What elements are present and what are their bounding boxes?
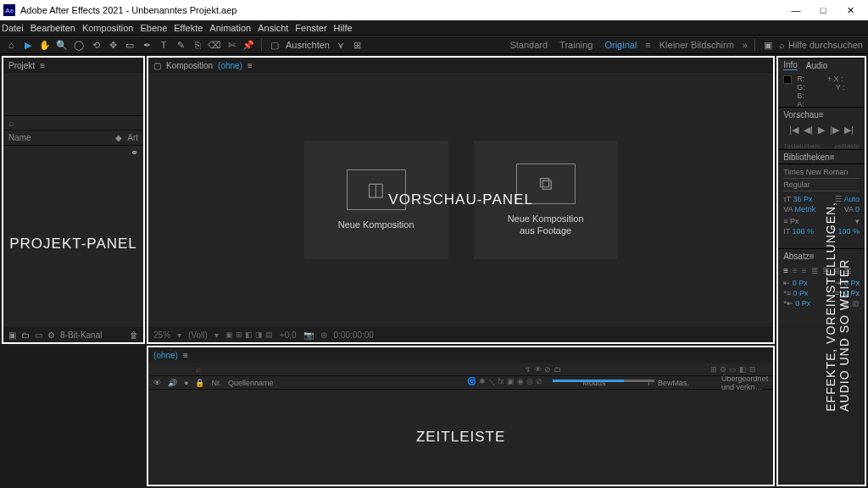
- orbit-tool-icon[interactable]: ◯: [73, 39, 85, 51]
- menu-hilfe[interactable]: Hilfe: [334, 23, 353, 33]
- menu-komposition[interactable]: Komposition: [82, 23, 134, 33]
- font-size[interactable]: 36 Px: [793, 195, 813, 203]
- comp-overlay-label: VORSCHAU-PANEL: [388, 191, 533, 208]
- shape-tool-icon[interactable]: ▭: [124, 39, 136, 51]
- roto-tool-icon[interactable]: ✄: [225, 39, 237, 51]
- puppet-tool-icon[interactable]: 📌: [242, 39, 254, 51]
- tracking[interactable]: 0: [855, 205, 860, 214]
- zoom-value[interactable]: 25%: [153, 330, 170, 340]
- new-comp-icon: ◫: [367, 179, 385, 201]
- justify-left-icon[interactable]: ≣: [811, 266, 818, 275]
- brush-tool-icon[interactable]: ✎: [175, 39, 186, 51]
- flow-icon[interactable]: ⚭: [131, 147, 138, 158]
- timeline-overlay-label: ZEITLEISTE: [416, 429, 505, 446]
- stroke-px[interactable]: Px: [790, 217, 799, 225]
- new-comp-footage-label: Neue Kompositionaus Footage: [508, 213, 584, 237]
- font-weight[interactable]: Regular: [783, 180, 810, 189]
- res-value[interactable]: (Voll): [188, 330, 208, 340]
- last-frame-icon[interactable]: ▶|: [844, 125, 854, 136]
- info-tab[interactable]: Info: [783, 60, 798, 70]
- trash-icon[interactable]: 🗑: [130, 330, 138, 340]
- bitdepth-label[interactable]: 8-Bit-Kanal: [60, 330, 102, 340]
- pen-tool-icon[interactable]: ✒: [141, 39, 153, 51]
- help-search-input[interactable]: Hilfe durchsuchen: [788, 40, 863, 50]
- menu-animation[interactable]: Animation: [209, 23, 251, 33]
- time-value[interactable]: 0:00:00:00: [334, 330, 374, 340]
- menu-fenster[interactable]: Fenster: [295, 23, 326, 33]
- snap-chevron-icon[interactable]: ⋎: [335, 39, 347, 51]
- composition-panel: ▢ Komposition (ohne) ≡ ◫ Neue Kompositio…: [147, 56, 775, 344]
- clone-tool-icon[interactable]: ⎘: [192, 39, 203, 51]
- first-frame-icon[interactable]: |◀: [789, 125, 798, 136]
- search-icon: ⌕: [779, 40, 785, 50]
- text-tool-icon[interactable]: T: [158, 39, 170, 51]
- project-panel: Projekt ≡ ⌕ Name ◆Art ⚭ PROJEKT-PANEL ▣ …: [2, 56, 145, 344]
- color-swatch: [783, 75, 792, 84]
- panel-group-icon[interactable]: ▣: [762, 39, 774, 51]
- window-title: Adobe After Effects 2021 - Unbenanntes P…: [20, 5, 787, 15]
- next-frame-icon[interactable]: |▶: [830, 125, 839, 136]
- preview-tab[interactable]: Vorschau: [783, 110, 819, 119]
- project-col-name[interactable]: Name: [8, 133, 31, 142]
- comp-none: (ohne): [218, 61, 242, 70]
- font-family[interactable]: Times New Roman: [783, 168, 848, 176]
- new-comp-label: Neue Komposition: [338, 219, 415, 230]
- col-parent[interactable]: Übergeordnet und verkn…: [721, 374, 768, 391]
- timeline-tab[interactable]: (ohne): [153, 351, 178, 360]
- folder-icon[interactable]: 🗀: [21, 330, 30, 340]
- rotate-tool-icon[interactable]: ⟲: [90, 39, 102, 51]
- selection-tool-icon[interactable]: ▶: [22, 39, 34, 51]
- kerning[interactable]: Metrik: [794, 205, 815, 214]
- align-right-icon[interactable]: ≡: [802, 266, 807, 275]
- menu-ebene[interactable]: Ebene: [140, 23, 167, 33]
- workspace-training[interactable]: Training: [556, 40, 596, 50]
- libraries-tab[interactable]: Bibliotheken: [783, 152, 829, 162]
- space-before[interactable]: 0 Px: [793, 289, 808, 297]
- minimize-button[interactable]: —: [787, 5, 805, 16]
- exposure-value[interactable]: +0,0: [280, 330, 297, 340]
- align-left-icon[interactable]: ≡: [783, 266, 788, 275]
- workspace-standard[interactable]: Standard: [506, 40, 551, 50]
- menu-ansicht[interactable]: Ansicht: [258, 23, 288, 33]
- menu-datei[interactable]: Datei: [2, 23, 24, 33]
- interpret-icon[interactable]: ▣: [8, 330, 16, 340]
- hand-tool-icon[interactable]: ✋: [39, 39, 51, 51]
- tool-bar: ⌂ ▶ ✋ 🔍 ◯ ⟲ ✥ ▭ ✒ T ✎ ⎘ ⌫ ✄ 📌 ▢ Ausricht…: [0, 36, 868, 54]
- play-icon[interactable]: ▶: [818, 125, 825, 136]
- col-bewmas[interactable]: BewMas.: [658, 379, 689, 387]
- settings-icon[interactable]: ⚙: [47, 330, 55, 340]
- snap-pixel-icon[interactable]: ⊞: [352, 39, 364, 51]
- footage-comp-icon: ⧉: [539, 173, 553, 195]
- paragraph-tab[interactable]: Absatz: [783, 252, 810, 261]
- anchor-tool-icon[interactable]: ✥: [107, 39, 119, 51]
- vscale[interactable]: 100 %: [792, 227, 814, 236]
- comp-icon[interactable]: ▭: [35, 330, 42, 340]
- right-panel-group: Info Audio R:G:B:A: + X : Y : Vorschau ≡: [776, 56, 866, 486]
- snap-icon[interactable]: ▢: [269, 39, 281, 51]
- align-label[interactable]: Ausrichten: [286, 40, 330, 50]
- timeline-search-icon[interactable]: ⌕: [196, 364, 201, 374]
- menu-effekte[interactable]: Effekte: [174, 23, 203, 33]
- close-button[interactable]: ✕: [841, 5, 860, 16]
- project-col-type[interactable]: Art: [127, 133, 138, 142]
- first-indent[interactable]: 0 Px: [795, 299, 810, 308]
- project-search-icon[interactable]: ⌕: [8, 118, 14, 128]
- workspace-original[interactable]: Original: [601, 40, 640, 50]
- col-source[interactable]: Quellenname: [228, 379, 274, 387]
- maximize-button[interactable]: □: [814, 5, 832, 16]
- zoom-tool-icon[interactable]: 🔍: [56, 39, 68, 51]
- col-nr[interactable]: Nr.: [211, 379, 221, 387]
- project-tab[interactable]: Projekt: [8, 61, 35, 70]
- audio-tab[interactable]: Audio: [806, 61, 828, 70]
- home-icon[interactable]: ⌂: [5, 39, 17, 51]
- prev-frame-icon[interactable]: ◀|: [804, 125, 813, 136]
- indent-left[interactable]: 0 Px: [793, 279, 808, 287]
- snapshot-icon[interactable]: 📷: [303, 330, 314, 340]
- align-center-icon[interactable]: ≡: [793, 266, 798, 275]
- menu-bearbeiten[interactable]: Bearbeiten: [31, 23, 75, 33]
- window-titlebar: Ae Adobe After Effects 2021 - Unbenannte…: [0, 0, 868, 20]
- comp-tab[interactable]: Komposition: [166, 61, 213, 70]
- workspace-kleiner[interactable]: Kleiner Bildschirm: [656, 40, 737, 50]
- menu-bar: Datei Bearbeiten Komposition Ebene Effek…: [0, 20, 868, 36]
- eraser-tool-icon[interactable]: ⌫: [209, 39, 220, 51]
